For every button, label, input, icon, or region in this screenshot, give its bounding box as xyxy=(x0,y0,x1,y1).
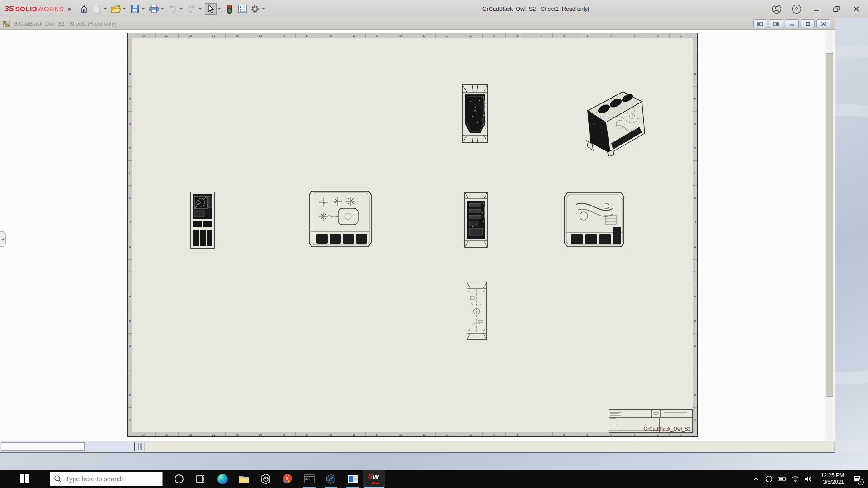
drawing-view-front-internal[interactable] xyxy=(462,191,490,249)
taskbar-app-window[interactable] xyxy=(342,470,363,488)
zone-label: 14 xyxy=(366,33,389,38)
hexagon-app-icon xyxy=(326,474,336,484)
tray-people-button[interactable] xyxy=(764,470,774,488)
doc-pane-right-button[interactable] xyxy=(769,19,783,28)
zone-label: 11 xyxy=(436,33,459,38)
new-document-caret[interactable] xyxy=(104,8,107,10)
zone-label: F xyxy=(128,284,132,309)
quick-toolbar xyxy=(78,3,267,15)
drawing-view-side-left[interactable] xyxy=(308,188,372,249)
drawing-document-icon xyxy=(3,21,10,27)
home-button[interactable] xyxy=(78,3,90,15)
action-center-button[interactable]: 1 xyxy=(848,470,865,488)
zone-label: F xyxy=(693,284,697,309)
menu-flyout-arrow-icon[interactable]: ▶ xyxy=(68,6,72,11)
speaker-icon xyxy=(804,476,812,482)
help-icon: ? xyxy=(792,4,802,14)
redo-button[interactable] xyxy=(186,3,198,15)
zone-label: T xyxy=(693,38,697,62)
zone-label: 18 xyxy=(272,432,296,436)
taskbar-app-3dviewer[interactable] xyxy=(255,470,277,488)
drawing-view-front-top[interactable] xyxy=(460,84,491,144)
pane-right-icon xyxy=(773,22,779,26)
taskbar-search[interactable] xyxy=(50,472,163,486)
graphics-viewport[interactable]: 242322212019181716151413121110987654321 … xyxy=(0,30,835,441)
vertical-scrollbar[interactable] xyxy=(825,30,834,441)
pane-splitter[interactable] xyxy=(134,442,135,451)
zone-label: 17 xyxy=(296,432,319,436)
doc-minimize-button[interactable] xyxy=(785,19,799,28)
zone-label: A xyxy=(693,408,697,432)
save-caret[interactable] xyxy=(142,8,145,10)
tray-volume-button[interactable] xyxy=(804,470,813,488)
doc-pane-left-button[interactable] xyxy=(753,19,767,28)
close-button[interactable] xyxy=(851,4,862,14)
undo-button[interactable] xyxy=(167,3,179,15)
taskbar-app-taskview[interactable] xyxy=(190,470,212,488)
zone-label: N xyxy=(693,112,697,136)
panel-collapse-tab[interactable]: ◀ xyxy=(0,231,6,247)
vertical-scrollbar-thumb[interactable] xyxy=(826,53,833,397)
new-document-icon xyxy=(93,5,100,14)
open-button[interactable] xyxy=(110,3,122,15)
drawing-view-side-right[interactable] xyxy=(564,191,625,249)
account-button[interactable] xyxy=(771,4,782,14)
taskbar-app-explorer[interactable] xyxy=(233,470,255,488)
zone-label: 24 xyxy=(132,432,156,436)
zone-label: 9 xyxy=(483,33,506,38)
taskbar-clock[interactable]: 12:25 PM 3/5/2021 xyxy=(817,472,844,486)
tray-battery-button[interactable] xyxy=(778,470,787,488)
zone-label: 5 xyxy=(576,432,599,436)
print-icon xyxy=(149,5,159,13)
taskbar-app-snip[interactable] xyxy=(277,470,298,488)
minimize-button[interactable] xyxy=(811,4,822,14)
taskbar-app-solidworks[interactable]: S W 2021 xyxy=(363,470,385,488)
zone-label: 7 xyxy=(529,33,553,38)
save-button[interactable] xyxy=(129,3,141,15)
zone-label: R xyxy=(693,62,697,87)
solidworks-logo-mark: 3S xyxy=(5,5,14,14)
undo-caret[interactable] xyxy=(180,8,183,10)
horizontal-scrollbar[interactable] xyxy=(0,441,835,452)
taskbar-app-terminal[interactable]: C:\_ xyxy=(298,470,320,488)
tray-wifi-button[interactable] xyxy=(791,470,800,488)
search-input[interactable] xyxy=(66,475,156,483)
rebuild-button[interactable] xyxy=(224,3,236,15)
drawing-view-rear[interactable] xyxy=(189,191,217,249)
taskbar-app-cortana[interactable] xyxy=(168,470,190,488)
restore-button[interactable] xyxy=(831,4,842,14)
zone-label: H xyxy=(693,235,697,260)
redo-caret[interactable] xyxy=(199,8,202,10)
zone-label: K xyxy=(693,186,697,211)
open-caret[interactable] xyxy=(123,8,126,10)
print-caret[interactable] xyxy=(161,8,164,10)
app-titlebar: 3SSOLIDWORKS ▶ xyxy=(0,0,868,18)
start-button[interactable] xyxy=(0,470,50,488)
doc-close-button[interactable] xyxy=(816,19,830,28)
sheet-zone-right: TRPNMLKJHGFEDCBA xyxy=(693,38,697,432)
zone-label: 3 xyxy=(623,33,646,38)
file-properties-button[interactable] xyxy=(236,3,248,15)
print-button[interactable] xyxy=(148,3,160,15)
taskbar-app-hexagon[interactable] xyxy=(320,470,342,488)
drawing-view-plan[interactable] xyxy=(465,281,489,341)
zone-label: 1 xyxy=(670,33,693,38)
doc-restore-button[interactable] xyxy=(801,19,815,28)
drawing-sheet[interactable]: 242322212019181716151413121110987654321 … xyxy=(127,33,698,437)
options-caret[interactable] xyxy=(262,8,265,10)
help-button[interactable]: ? xyxy=(791,4,802,14)
zone-label: K xyxy=(128,186,132,211)
options-button[interactable] xyxy=(249,3,261,15)
drawing-view-isometric[interactable] xyxy=(576,86,645,156)
splitter-grip[interactable] xyxy=(138,443,142,450)
tray-chevron-button[interactable] xyxy=(751,470,760,488)
zone-label: 21 xyxy=(202,33,226,38)
taskbar-app-edge[interactable] xyxy=(212,470,233,488)
horizontal-scrollbar-thumb[interactable] xyxy=(1,442,85,451)
select-tool-button[interactable] xyxy=(205,3,217,15)
zone-label: 3 xyxy=(623,432,646,436)
solidworks-taskbar-icon: S W 2021 xyxy=(368,472,381,486)
new-document-button[interactable] xyxy=(91,3,103,15)
document-window-controls xyxy=(753,19,830,28)
select-tool-caret[interactable] xyxy=(218,8,221,10)
